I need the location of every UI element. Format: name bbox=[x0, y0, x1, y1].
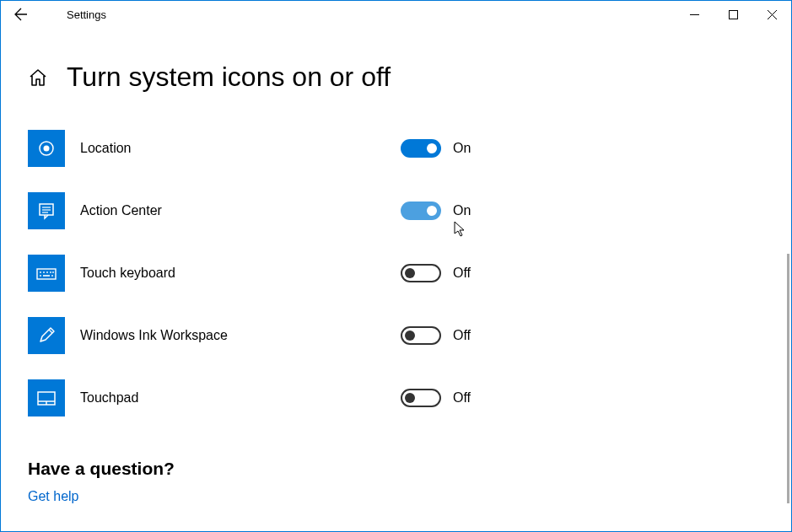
ink-workspace-icon bbox=[28, 317, 65, 354]
toggle-ink-workspace[interactable] bbox=[401, 326, 441, 345]
svg-point-9 bbox=[43, 271, 45, 273]
toggle-touch-keyboard[interactable] bbox=[401, 264, 441, 282]
toggle-group: On bbox=[401, 139, 471, 158]
settings-list: Location On Action Center On Touch keybo… bbox=[28, 130, 791, 416]
toggle-state: On bbox=[453, 203, 471, 218]
toggle-state: Off bbox=[453, 328, 471, 343]
titlebar-left: Settings bbox=[1, 1, 106, 28]
maximize-icon bbox=[729, 10, 738, 19]
back-button[interactable] bbox=[1, 1, 41, 28]
toggle-group: Off bbox=[401, 389, 471, 407]
svg-point-12 bbox=[52, 271, 54, 273]
page-header: Turn system icons on or off bbox=[28, 62, 791, 93]
page-title: Turn system icons on or off bbox=[67, 62, 391, 93]
svg-point-8 bbox=[40, 271, 41, 273]
svg-rect-0 bbox=[729, 10, 737, 19]
setting-label: Touch keyboard bbox=[80, 266, 401, 281]
svg-point-2 bbox=[44, 146, 50, 152]
setting-row-touchpad: Touchpad Off bbox=[28, 379, 791, 416]
scrollbar[interactable] bbox=[787, 254, 789, 503]
toggle-location[interactable] bbox=[401, 139, 441, 158]
setting-label: Windows Ink Workspace bbox=[80, 328, 401, 343]
svg-rect-7 bbox=[37, 269, 56, 279]
setting-row-touch-keyboard: Touch keyboard Off bbox=[28, 255, 791, 292]
minimize-icon bbox=[690, 10, 699, 19]
get-help-link[interactable]: Get help bbox=[28, 489, 791, 504]
toggle-group: On bbox=[401, 202, 471, 220]
setting-row-location: Location On bbox=[28, 130, 791, 167]
setting-label: Action Center bbox=[80, 203, 401, 218]
setting-row-action-center: Action Center On bbox=[28, 192, 791, 229]
setting-label: Touchpad bbox=[80, 390, 401, 406]
svg-point-15 bbox=[51, 275, 53, 277]
svg-point-11 bbox=[50, 271, 51, 273]
action-center-icon bbox=[28, 192, 65, 229]
toggle-state: Off bbox=[453, 266, 471, 281]
toggle-state: Off bbox=[453, 390, 471, 406]
toggle-group: Off bbox=[401, 326, 471, 345]
maximize-button[interactable] bbox=[714, 1, 752, 28]
question-title: Have a question? bbox=[28, 459, 791, 479]
svg-point-10 bbox=[46, 271, 48, 273]
toggle-state: On bbox=[453, 141, 471, 156]
minimize-button[interactable] bbox=[675, 1, 714, 28]
location-icon bbox=[28, 130, 65, 167]
toggle-action-center[interactable] bbox=[401, 202, 441, 220]
toggle-group: Off bbox=[401, 264, 471, 282]
setting-label: Location bbox=[80, 141, 401, 156]
window-controls bbox=[675, 1, 791, 28]
svg-point-13 bbox=[40, 275, 41, 277]
touch-keyboard-icon bbox=[28, 255, 65, 292]
setting-row-ink-workspace: Windows Ink Workspace Off bbox=[28, 317, 791, 354]
svg-rect-14 bbox=[43, 275, 50, 277]
titlebar: Settings bbox=[1, 1, 791, 28]
close-icon bbox=[768, 10, 777, 19]
back-arrow-icon bbox=[14, 8, 28, 21]
svg-line-16 bbox=[49, 330, 52, 333]
close-button[interactable] bbox=[752, 1, 791, 28]
question-section: Have a question? Get help bbox=[28, 459, 791, 504]
toggle-touchpad[interactable] bbox=[401, 389, 441, 407]
home-icon[interactable] bbox=[28, 67, 48, 88]
touchpad-icon bbox=[28, 379, 65, 416]
content: Turn system icons on or off Location On … bbox=[1, 28, 791, 504]
app-title: Settings bbox=[67, 8, 106, 21]
